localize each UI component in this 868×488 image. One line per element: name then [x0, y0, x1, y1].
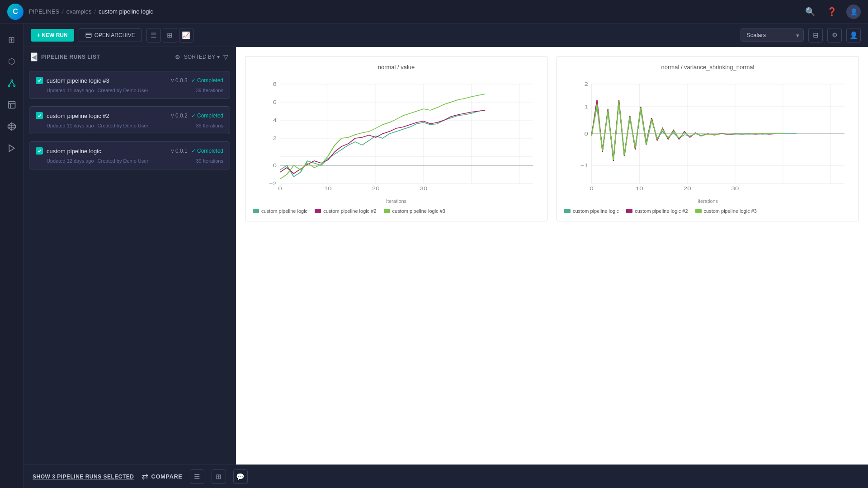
run-2-meta: Updated 11 days ago Created by Demo User…: [36, 123, 223, 128]
sidebar: ⊞ ⬡: [0, 23, 24, 488]
legend-item: custom pipeline logic #2: [315, 208, 376, 214]
svg-text:20: 20: [372, 186, 380, 192]
avatar[interactable]: 👤: [846, 5, 861, 19]
chart-2-container: 2 1 0 −1 0 10 20 30: [564, 75, 851, 203]
collapse-button[interactable]: ◀: [31, 52, 38, 61]
filter-icon[interactable]: ▽: [223, 53, 228, 61]
legend-label-2: custom pipeline logic #2: [635, 208, 688, 214]
settings-button[interactable]: ⚙: [827, 28, 842, 42]
breadcrumb-pipelines[interactable]: PIPELINES: [29, 8, 59, 15]
run-3-status: ✓ Completed: [191, 148, 223, 154]
run-1-iterations: 39 Iterations: [196, 88, 223, 93]
chart-1-container: 8 6 4 2 0 −2 0 10 20 30: [253, 75, 540, 203]
run-item[interactable]: custom pipeline logic v 0.0.1 ✓ Complete…: [29, 141, 230, 169]
runs-panel: ◀ PIPELINE RUNS LIST ⚙ SORTED BY ▾ ▽: [24, 47, 236, 465]
legend-item: custom pipeline logic: [564, 208, 619, 214]
inner-content: ◀ PIPELINE RUNS LIST ⚙ SORTED BY ▾ ▽: [24, 47, 868, 465]
run-2-iterations: 39 Iterations: [196, 123, 223, 128]
run-2-checkbox[interactable]: [36, 112, 43, 119]
new-run-button[interactable]: + NEW RUN: [31, 29, 74, 42]
run-2-name: custom pipeline logic #2: [47, 113, 166, 119]
chart-1-card: normal / value: [245, 56, 547, 221]
svg-text:30: 30: [731, 186, 739, 192]
run-1-updated: Updated 11 days ago: [47, 88, 94, 93]
run-2-created: Created by Demo User: [98, 123, 149, 128]
main-layout: ⊞ ⬡: [0, 23, 868, 488]
run-1-version: v 0.0.3: [171, 77, 188, 84]
bottom-list-view-button[interactable]: ☰: [190, 469, 204, 484]
legend-color-3: [384, 209, 390, 213]
run-3-iterations: 39 Iterations: [196, 158, 223, 164]
chart-1-title: normal / value: [253, 64, 540, 70]
legend-label-3: custom pipeline logic #3: [392, 208, 445, 214]
breadcrumb-examples[interactable]: examples: [66, 8, 92, 15]
grid-view-button[interactable]: ⊞: [163, 28, 177, 42]
breadcrumb-current: custom pipeline logic: [99, 8, 153, 15]
run-1-meta: Updated 11 days ago Created by Demo User…: [36, 88, 223, 93]
run-3-updated: Updated 12 days ago: [47, 158, 94, 164]
help-button[interactable]: ❓: [825, 5, 839, 19]
svg-line-4: [12, 81, 14, 85]
sidebar-item-experiments[interactable]: ⬡: [3, 52, 21, 70]
legend-label-1: custom pipeline logic: [261, 208, 307, 214]
list-view-button[interactable]: ☰: [146, 28, 161, 42]
svg-text:8: 8: [273, 82, 277, 87]
sidebar-item-datasets[interactable]: [3, 96, 21, 114]
legend-item: custom pipeline logic #2: [626, 208, 688, 214]
svg-marker-12: [9, 145, 14, 152]
run-1-name: custom pipeline logic #3: [47, 77, 166, 84]
chart-2-card: normal / variance_shrinking_normal: [557, 56, 859, 221]
logo[interactable]: C: [7, 4, 24, 20]
filter-settings-icon[interactable]: ⚙: [175, 54, 180, 61]
run-3-meta: Updated 12 days ago Created by Demo User…: [36, 158, 223, 164]
open-archive-button[interactable]: OPEN ARCHIVE: [79, 28, 142, 42]
run-3-name: custom pipeline logic: [47, 148, 166, 155]
sidebar-item-pipelines[interactable]: [3, 74, 21, 92]
toolbar: + NEW RUN OPEN ARCHIVE ☰ ⊞ 📈 Scalars: [24, 23, 868, 47]
chart-2-title: normal / variance_shrinking_normal: [564, 64, 851, 70]
svg-line-3: [9, 81, 12, 85]
top-nav: C PIPELINES / examples / custom pipeline…: [0, 0, 868, 23]
svg-text:10: 10: [324, 186, 332, 192]
legend-label-3: custom pipeline logic #3: [704, 208, 757, 214]
user-settings-button[interactable]: 👤: [846, 28, 861, 42]
svg-text:30: 30: [420, 186, 428, 192]
sidebar-item-deploy[interactable]: [3, 139, 21, 157]
run-item[interactable]: custom pipeline logic #2 v 0.0.2 ✓ Compl…: [29, 106, 230, 134]
run-item[interactable]: custom pipeline logic #3 v 0.0.3 ✓ Compl…: [29, 71, 230, 99]
svg-text:0: 0: [278, 186, 282, 192]
bottom-grid-view-button[interactable]: ⊞: [212, 469, 226, 484]
scalars-select-wrapper[interactable]: Scalars: [741, 28, 804, 42]
legend-color-1: [253, 209, 259, 213]
breadcrumb: PIPELINES / examples / custom pipeline l…: [29, 8, 153, 15]
run-3-checkbox[interactable]: [36, 147, 43, 155]
svg-text:−1: −1: [580, 163, 588, 169]
legend-color-2: [315, 209, 321, 213]
columns-settings-button[interactable]: ⊟: [808, 28, 823, 42]
runs-header-title: PIPELINE RUNS LIST: [41, 54, 171, 60]
show-selected-button[interactable]: SHOW 3 PIPELINE RUNS SELECTED: [33, 474, 134, 480]
svg-point-1: [8, 85, 9, 86]
chart-view-button[interactable]: 📈: [179, 28, 193, 42]
sidebar-item-dashboard[interactable]: ⊞: [3, 31, 21, 49]
view-toggle: ☰ ⊞ 📈: [146, 28, 193, 42]
legend-item: custom pipeline logic: [253, 208, 307, 214]
svg-rect-13: [86, 33, 91, 37]
scalars-select[interactable]: Scalars: [741, 28, 804, 42]
svg-text:20: 20: [684, 186, 691, 192]
legend-item: custom pipeline logic #3: [695, 208, 757, 214]
bottom-chat-button[interactable]: 💬: [233, 469, 248, 484]
search-button[interactable]: 🔍: [803, 5, 817, 19]
run-1-checkbox[interactable]: [36, 77, 43, 84]
svg-text:0: 0: [273, 163, 277, 169]
charts-panel: normal / value: [236, 47, 868, 465]
svg-point-0: [11, 80, 12, 81]
chart-2-legend: custom pipeline logic custom pipeline lo…: [564, 208, 851, 214]
sort-button[interactable]: SORTED BY ▾: [184, 54, 220, 60]
bottom-bar: SHOW 3 PIPELINE RUNS SELECTED COMPARE ☰ …: [24, 465, 868, 488]
svg-text:2: 2: [585, 82, 588, 87]
svg-text:4: 4: [273, 118, 277, 123]
legend-label-2: custom pipeline logic #2: [323, 208, 376, 214]
sidebar-item-models[interactable]: [3, 117, 21, 136]
compare-button[interactable]: COMPARE: [142, 473, 183, 480]
